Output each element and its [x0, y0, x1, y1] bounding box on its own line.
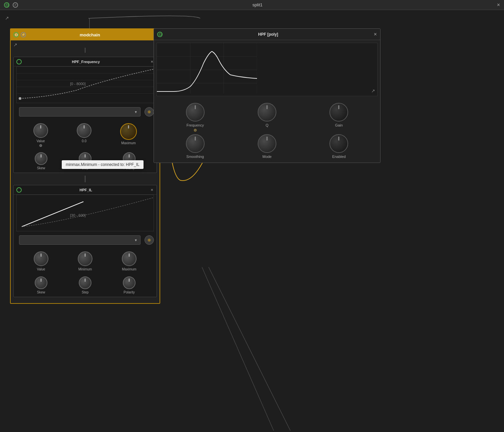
hpf-il-power-btn[interactable]	[16, 187, 22, 193]
hpf-il-value-knob[interactable]	[34, 251, 48, 266]
hpf-smoothing-knob-container: Smoothing	[161, 134, 230, 159]
hpf-mode-knob-container: Mode	[232, 134, 301, 159]
hpf-il-min-label: Minimum	[78, 267, 92, 271]
hpf-il-max-knob[interactable]	[122, 251, 137, 266]
hpf-enabled-knob-container: Enabled	[304, 134, 373, 159]
hpf-il-min-knob[interactable]	[78, 251, 92, 266]
hpf-filter-curve: ↗	[157, 43, 377, 96]
hpf-il-polarity-knob[interactable]	[123, 276, 136, 289]
refresh-icon[interactable]: ↺	[13, 2, 18, 8]
hpf-il-dropdown-row: ▼ ⊕	[16, 233, 154, 247]
hpf-freq-min-knob[interactable]	[77, 123, 91, 138]
close-button[interactable]: ×	[497, 2, 500, 8]
modchain-refresh-icon[interactable]: ↺	[21, 32, 26, 37]
hpf-gain-knob-container: Gain	[304, 103, 373, 132]
hpf-freq-power-btn[interactable]	[16, 59, 22, 64]
hpf-il-panel: HPF_IL × [30 - 600] ▼	[13, 185, 157, 297]
hpf-gain-knob-label: Gain	[335, 123, 343, 127]
modchain-panel: ⏻ ↺ modchain × ↗ HPF_Frequency ×	[10, 28, 160, 304]
frequency-connector[interactable]	[194, 129, 197, 132]
filter-curve-expand-icon[interactable]: ↗	[371, 88, 375, 94]
svg-point-9	[19, 97, 21, 100]
hpf-il-step-label: Step	[82, 290, 89, 294]
modchain-power-icon[interactable]: ⏻	[13, 32, 19, 37]
hpf-il-polarity-label: Polarity	[123, 290, 135, 294]
hpf-freq-value-label: Value	[37, 139, 45, 143]
hpf-freq-skew-knob-container: Skew	[35, 152, 47, 170]
il-dropdown-arrow-icon: ▼	[134, 238, 138, 242]
svg-line-2	[202, 267, 274, 431]
hpf-il-value-knob-container: Value	[34, 251, 48, 271]
hpf-freq-min-value: 0.0	[82, 139, 86, 143]
hpf-frequency-knob-container: Frequency	[161, 103, 230, 132]
hpf-il-title: HPF_IL	[22, 188, 150, 192]
modchain-expand-row: ↗	[11, 40, 160, 54]
dropdown-arrow-icon: ▼	[134, 110, 138, 114]
hpf-freq-min-knob-container: 0.0	[77, 123, 91, 147]
hpf-freq-skew-knob[interactable]	[35, 152, 47, 165]
hpf-freq-step-knob[interactable]	[79, 152, 91, 165]
filter-grid-svg	[157, 43, 257, 93]
svg-line-3	[209, 267, 290, 431]
workspace-expand-icon[interactable]: ↗	[5, 15, 9, 21]
top-bar: ⏻ ↺ split1 ×	[0, 0, 504, 10]
hpf-poly-close-btn[interactable]: ×	[374, 31, 377, 37]
hpf-freq-max-knob-container: Maximum	[120, 123, 137, 147]
hpf-freq-polarity-label: Polarity	[123, 166, 135, 170]
workspace: ↗ ⏻ ↺ modchain × ↗ HPF_Frequency	[0, 10, 504, 432]
hpf-freq-max-knob[interactable]	[120, 123, 137, 140]
hpf-il-curve: [30 - 600]	[16, 195, 154, 231]
hpf-freq-dropdown[interactable]: ▼	[19, 107, 141, 117]
hpf-poly-knobs: Frequency Q Gain Smoothing Mode	[154, 99, 380, 163]
hpf-freq-dropdown-row: ▼ ⊕	[16, 105, 154, 119]
hpf-il-step-knob[interactable]	[79, 276, 91, 289]
hpf-freq-polarity-knob[interactable]	[123, 152, 136, 165]
hpf-freq-value-knob[interactable]	[33, 123, 48, 138]
hpf-freq-step-label: Step	[82, 166, 89, 170]
hpf-frequency-knob[interactable]	[186, 103, 205, 122]
hpf-il-value-label: Value	[37, 267, 45, 271]
hpf-il-step-knob-container: Step	[79, 276, 91, 294]
hpf-il-close-btn[interactable]: ×	[150, 187, 154, 192]
hpf-poly-title: HPF [poly]	[163, 32, 374, 37]
hpf-freq-value-connector[interactable]	[39, 144, 42, 147]
hpf-gain-knob[interactable]	[329, 103, 348, 122]
panel-divider	[85, 176, 85, 182]
hpf-enabled-knob-label: Enabled	[332, 155, 345, 159]
hpf-freq-step-knob-container: Step	[79, 152, 91, 170]
hpf-freq-polarity-knob-container: Polarity	[123, 152, 136, 170]
hpf-smoothing-knob[interactable]	[186, 134, 205, 153]
hpf-poly-power-icon[interactable]: ⏻	[157, 32, 163, 37]
hpf-poly-panel: ⏻ HPF [poly] ×	[154, 28, 381, 163]
hpf-il-max-label: Maximum	[122, 267, 136, 271]
hpf-smoothing-knob-label: Smoothing	[186, 155, 204, 159]
modchain-title: modchain	[26, 32, 154, 37]
hpf-mode-knob-label: Mode	[262, 155, 272, 159]
hpf-il-skew-knob[interactable]	[35, 276, 47, 289]
hpf-il-dropdown[interactable]: ▼	[19, 235, 141, 245]
modchain-header: ⏻ ↺ modchain ×	[11, 29, 160, 40]
hpf-il-header: HPF_IL ×	[14, 185, 157, 195]
hpf-mode-knob[interactable]	[258, 134, 276, 153]
modchain-expand-icon[interactable]: ↗	[13, 42, 17, 47]
hpf-il-max-knob-container: Maximum	[122, 251, 137, 271]
hpf-il-connect-btn[interactable]: ⊕	[145, 235, 154, 245]
hpf-frequency-knob-label: Frequency	[187, 123, 204, 127]
hpf-il-knobs-row1: Value Minimum Maximum	[14, 249, 157, 274]
frequency-curve-svg: [0 - 8000]	[17, 67, 154, 103]
svg-text:[0 - 8000]: [0 - 8000]	[70, 82, 85, 86]
hpf-poly-header: ⏻ HPF [poly] ×	[154, 29, 380, 40]
hpf-freq-connect-btn[interactable]: ⊕	[145, 107, 154, 117]
svg-text:[30 - 600]: [30 - 600]	[70, 213, 85, 217]
hpf-frequency-header: HPF_Frequency ×	[14, 57, 157, 66]
hpf-freq-skew-label: Skew	[37, 166, 45, 170]
hpf-q-knob-container: Q	[232, 103, 301, 132]
hpf-frequency-panel: HPF_Frequency × [0 - 8000]	[13, 57, 157, 173]
hpf-freq-max-label: Maximum	[121, 141, 136, 145]
hpf-freq-value-knob-container: Value	[33, 123, 48, 147]
hpf-il-polarity-knob-container: Polarity	[123, 276, 136, 294]
power-icon[interactable]: ⏻	[4, 2, 9, 8]
hpf-enabled-knob[interactable]	[329, 134, 348, 153]
hpf-freq-knobs-row2: Skew Step Polarity	[14, 150, 157, 173]
hpf-q-knob[interactable]	[258, 103, 276, 122]
